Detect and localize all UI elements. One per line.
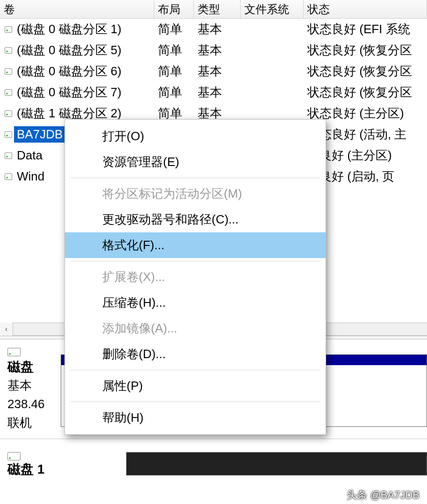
- volume-name: (磁盘 0 磁盘分区 7): [14, 83, 124, 101]
- column-header-row: 卷 布局 类型 文件系统 状态: [0, 0, 427, 19]
- col-layout[interactable]: 布局: [154, 0, 194, 18]
- partition-block[interactable]: [126, 452, 427, 475]
- disk1-title: 磁盘 1: [7, 462, 44, 476]
- volume-layout: 简单: [154, 63, 194, 79]
- menu-item[interactable]: 压缩卷(H)...: [65, 290, 326, 316]
- menu-item[interactable]: 帮助(H): [65, 405, 326, 431]
- menu-separator: [71, 261, 320, 261]
- disk-icon: [7, 452, 21, 461]
- volume-status: 状态良好 (恢复分区: [304, 63, 427, 79]
- menu-item[interactable]: 属性(P): [65, 373, 326, 399]
- volume-name: Wind: [14, 168, 47, 185]
- menu-item: 添加镜像(A)...: [65, 316, 326, 341]
- volume-row[interactable]: (磁盘 0 磁盘分区 7)简单基本状态良好 (恢复分区: [0, 82, 427, 103]
- volume-name: Data: [14, 147, 45, 164]
- col-volume[interactable]: 卷: [0, 0, 154, 18]
- context-menu: 打开(O)资源管理器(E)将分区标记为活动分区(M)更改驱动器号和路径(C)..…: [64, 119, 326, 435]
- disk-icon: [0, 26, 14, 33]
- menu-item: 扩展卷(X)...: [65, 264, 326, 290]
- volume-type: 基本: [194, 84, 241, 101]
- volume-row[interactable]: (磁盘 0 磁盘分区 6)简单基本状态良好 (恢复分区: [0, 61, 427, 82]
- volume-layout: 简单: [154, 84, 194, 101]
- disk0-type: 基本: [7, 376, 56, 395]
- volume-row[interactable]: (磁盘 0 磁盘分区 1)简单基本状态良好 (EFI 系统: [0, 19, 427, 40]
- col-fs[interactable]: 文件系统: [241, 0, 304, 18]
- volume-status: 状态良好 (恢复分区: [304, 42, 427, 58]
- volume-type: 基本: [194, 21, 241, 37]
- menu-item[interactable]: 更改驱动器号和路径(C)...: [65, 207, 326, 232]
- menu-separator: [71, 370, 320, 370]
- disk-icon: [0, 89, 14, 96]
- volume-name: (磁盘 0 磁盘分区 6): [14, 62, 124, 80]
- scroll-left-button[interactable]: ‹: [0, 323, 13, 336]
- volume-name: (磁盘 0 磁盘分区 1): [14, 20, 124, 38]
- col-status[interactable]: 状态: [304, 0, 427, 18]
- disk0-size: 238.46: [7, 395, 56, 413]
- menu-separator: [71, 178, 320, 178]
- disk-icon: [7, 348, 21, 356]
- menu-item[interactable]: 格式化(F)...: [65, 232, 326, 258]
- disk-icon: [0, 131, 14, 138]
- disk0-title: 磁盘: [7, 358, 56, 376]
- volume-layout: 简单: [154, 42, 194, 58]
- menu-separator: [71, 402, 320, 402]
- volume-type: 基本: [194, 42, 241, 58]
- volume-row[interactable]: (磁盘 0 磁盘分区 5)简单基本状态良好 (恢复分区: [0, 40, 427, 61]
- volume-status: 状态良好 (EFI 系统: [304, 21, 427, 37]
- disk-icon: [0, 110, 14, 117]
- volume-type: 基本: [194, 63, 241, 79]
- menu-item[interactable]: 删除卷(D)...: [65, 341, 326, 367]
- volume-name: (磁盘 0 磁盘分区 5): [14, 41, 124, 59]
- menu-item: 将分区标记为活动分区(M): [65, 181, 326, 207]
- menu-item[interactable]: 打开(O): [65, 123, 326, 149]
- disk-icon: [0, 68, 14, 75]
- watermark: 头条 @BA7JDB: [347, 488, 420, 502]
- volume-status: 状态良好 (恢复分区: [304, 84, 427, 101]
- disk-icon: [0, 47, 14, 54]
- disk-icon: [0, 152, 14, 159]
- disk0-state: 联机: [7, 413, 56, 432]
- disk-1-panel: 磁盘 1: [0, 439, 427, 483]
- menu-item[interactable]: 资源管理器(E): [65, 149, 326, 175]
- col-type[interactable]: 类型: [194, 0, 241, 18]
- disk-icon: [0, 173, 14, 180]
- volume-layout: 简单: [154, 21, 194, 37]
